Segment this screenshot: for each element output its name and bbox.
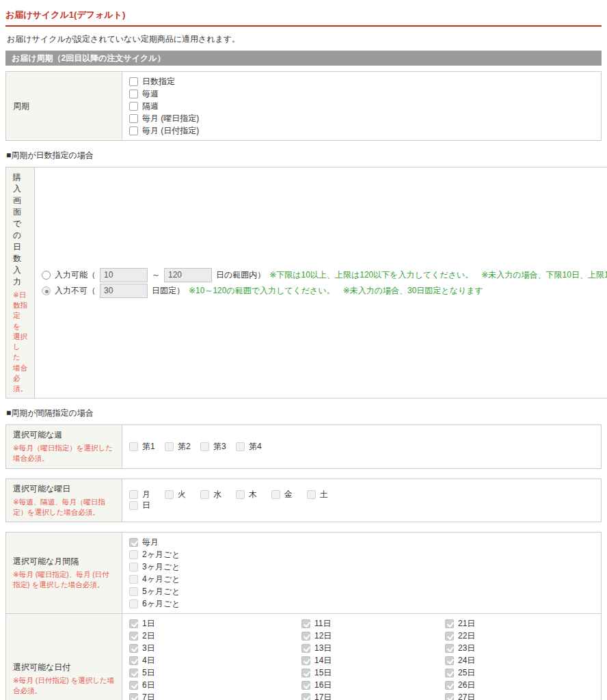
- date-checkbox-option[interactable]: 1日: [129, 618, 301, 629]
- checkbox-icon: [129, 114, 138, 123]
- period-checkbox-option[interactable]: 毎月 (曜日指定): [129, 113, 594, 124]
- checkbox-label: 金: [284, 489, 293, 500]
- period-checkbox-option[interactable]: 毎月 (日付指定): [129, 125, 594, 136]
- date-checkbox-option[interactable]: 25日: [445, 667, 475, 678]
- range-suffix: 日の範囲内）: [216, 269, 265, 281]
- checkbox-icon: [129, 587, 138, 596]
- period-checkbox-option[interactable]: 毎週: [129, 88, 594, 99]
- month-interval-checkbox-option[interactable]: 毎月: [129, 537, 594, 548]
- weekday-checkbox-option[interactable]: 火: [165, 489, 200, 500]
- weekday-checkbox-option[interactable]: 月: [129, 489, 165, 500]
- checkbox-label: 日: [142, 500, 150, 511]
- date-checkbox-option[interactable]: 3日: [129, 643, 301, 654]
- required-note: ※毎月（曜日指定）を選択した場合必須。: [13, 443, 115, 463]
- checkbox-label: 隔週: [142, 100, 159, 112]
- weekday-checkbox-option[interactable]: 金: [271, 489, 307, 500]
- week-checkbox-option[interactable]: 第1: [129, 441, 165, 452]
- checkbox-icon: [301, 644, 310, 653]
- date-checkbox-option[interactable]: 26日: [445, 679, 475, 690]
- fixed-days-input[interactable]: [100, 284, 148, 298]
- row-weeks: 選択可能な週 ※毎月（曜日指定）を選択した場合必須。 第1 第2: [6, 425, 602, 468]
- dates-column-3: 21日 22日 23日: [445, 618, 475, 700]
- checkbox-label: 水: [213, 489, 221, 500]
- checkbox-icon: [301, 681, 310, 690]
- week-checkbox-option[interactable]: 第2: [165, 441, 200, 452]
- weekday-checkbox-option[interactable]: 土: [307, 489, 342, 500]
- radio-label: 入力不可（: [55, 285, 96, 297]
- date-checkbox-option[interactable]: 13日: [301, 643, 445, 654]
- weekdays-checkbox-group: 月 火 水: [129, 489, 347, 511]
- checkbox-label: 23日: [458, 643, 475, 654]
- month-interval-checkbox-option[interactable]: 5ヶ月ごと: [129, 586, 594, 597]
- dates-column-2: 11日 12日 13日: [301, 618, 445, 700]
- week-checkbox-option[interactable]: 第3: [200, 441, 236, 452]
- days-min-input[interactable]: [100, 268, 148, 282]
- checkbox-icon: [200, 442, 209, 451]
- date-checkbox-option[interactable]: 4日: [129, 655, 301, 666]
- date-checkbox-option[interactable]: 22日: [445, 630, 475, 641]
- checkbox-label: 4ヶ月ごと: [142, 574, 180, 585]
- checkbox-icon: [129, 90, 138, 98]
- date-checkbox-option[interactable]: 5日: [129, 667, 301, 678]
- checkbox-icon: [307, 490, 316, 499]
- checkbox-label: 第3: [213, 441, 226, 453]
- date-checkbox-option[interactable]: 23日: [445, 643, 475, 654]
- month-interval-checkbox-option[interactable]: 3ヶ月ごと: [129, 561, 594, 572]
- delivery-cycle-settings-page: お届けサイクル1(デフォルト) お届けサイクルが設定されていない定期商品に適用さ…: [0, 0, 607, 700]
- checkbox-icon: [129, 77, 138, 86]
- period-checkbox-option[interactable]: 隔週: [129, 100, 594, 111]
- date-checkbox-option[interactable]: 17日: [301, 692, 445, 700]
- checkbox-icon: [129, 102, 138, 111]
- radio-input-not-allowed-selected[interactable]: [42, 286, 51, 295]
- date-checkbox-option[interactable]: 12日: [301, 630, 445, 641]
- month-interval-checkbox-option[interactable]: 6ヶ月ごと: [129, 598, 594, 609]
- range-note: ※下限は10以上、上限は120以下を入力してください。 ※未入力の場合、下限10…: [269, 269, 607, 281]
- days-case-heading: ■周期が日数指定の場合: [6, 150, 601, 161]
- radio-input-allowed[interactable]: [42, 271, 51, 280]
- weekday-checkbox-option[interactable]: 木: [236, 489, 271, 500]
- date-checkbox-option[interactable]: 27日: [445, 692, 475, 700]
- date-checkbox-option[interactable]: 2日: [129, 630, 301, 641]
- checkbox-icon: [129, 490, 138, 499]
- checkbox-label: 11日: [314, 618, 331, 630]
- checkbox-label: 15日: [314, 667, 332, 679]
- checkbox-icon: [271, 490, 280, 499]
- days-max-input[interactable]: [164, 268, 212, 282]
- checkbox-icon: [129, 550, 138, 559]
- checkbox-icon: [445, 693, 454, 700]
- checkbox-icon: [445, 644, 454, 653]
- week-checkbox-option[interactable]: 第4: [236, 441, 271, 452]
- month-interval-checkbox-option[interactable]: 4ヶ月ごと: [129, 574, 594, 584]
- date-checkbox-option[interactable]: 6日: [129, 679, 301, 690]
- input-not-allowed-line: 入力不可（ 日固定） ※10～120の範囲で入力してください。 ※未入力の場合、…: [42, 284, 607, 298]
- date-checkbox-option[interactable]: 24日: [445, 655, 475, 666]
- period-checkbox-group: 日数指定 毎週 隔週: [129, 76, 594, 136]
- period-checkbox-option[interactable]: 日数指定: [129, 76, 594, 87]
- row-label: 選択可能な日付: [13, 662, 115, 673]
- month-interval-checkbox-group: 毎月 2ヶ月ごと 3ヶ月ごと: [129, 537, 594, 609]
- checkbox-label: 4日: [142, 655, 155, 667]
- row-label: 選択可能な曜日: [13, 483, 115, 495]
- row-period: 周期 日数指定 毎週: [6, 72, 602, 141]
- weekday-checkbox-option[interactable]: 水: [200, 489, 236, 500]
- date-checkbox-option[interactable]: 11日: [301, 618, 445, 629]
- checkbox-icon: [129, 600, 138, 608]
- dates-column-1: 1日 2日 3日: [129, 618, 301, 700]
- checkbox-icon: [129, 538, 138, 547]
- fixed-note: ※10～120の範囲で入力してください。 ※未入力の場合、30日固定となります: [189, 285, 483, 297]
- date-checkbox-option[interactable]: 21日: [445, 618, 475, 629]
- checkbox-label: 土: [320, 489, 328, 500]
- date-checkbox-option[interactable]: 15日: [301, 667, 445, 678]
- month-interval-checkbox-option[interactable]: 2ヶ月ごと: [129, 549, 594, 560]
- date-checkbox-option[interactable]: 16日: [301, 679, 445, 690]
- required-note: ※毎週、隔週、毎月（曜日指定）を選択した場合必須。: [13, 497, 115, 517]
- required-note: ※毎月 (曜日指定)、毎月 (日付指定) を選択した場合必須。: [13, 569, 115, 590]
- date-checkbox-option[interactable]: 7日: [129, 692, 301, 700]
- checkbox-label: 2ヶ月ごと: [142, 549, 180, 561]
- weekday-checkbox-option[interactable]: 日: [129, 500, 165, 511]
- days-input-table: 購入画面での日数入力 ※日数指定を選択した場合必須。 入力可能（ ～ 日の範囲内…: [5, 167, 607, 399]
- checkbox-label: 17日: [314, 692, 332, 700]
- checkbox-label: 6ヶ月ごと: [142, 598, 180, 610]
- date-checkbox-option[interactable]: 14日: [301, 655, 445, 666]
- period-table: 周期 日数指定 毎週: [5, 71, 602, 141]
